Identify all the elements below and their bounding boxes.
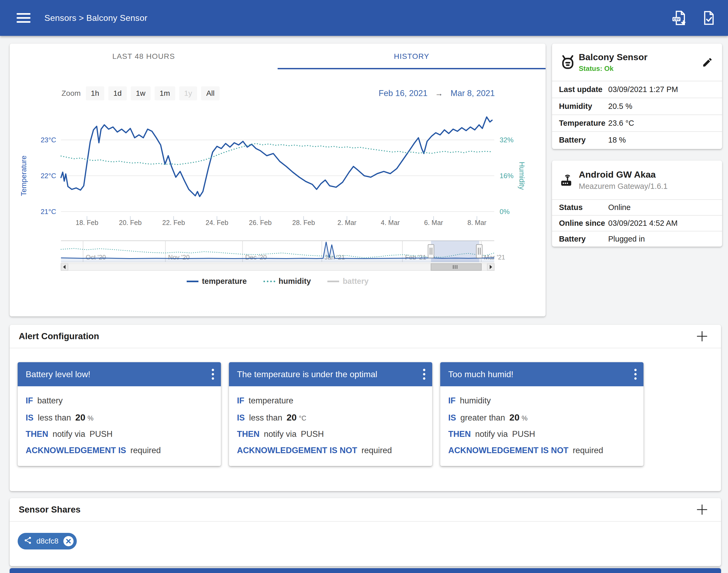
edit-pencil-icon[interactable] [700,56,715,68]
table-row: Status Online [552,199,722,215]
alert-condition: greater than [460,413,505,423]
share-nodes-icon [23,536,32,546]
svg-text:28. Feb: 28. Feb [292,219,315,226]
svg-text:Temperature: Temperature [20,155,28,196]
svg-text:Dec '20: Dec '20 [245,254,267,261]
kebab-menu-icon[interactable] [209,365,217,383]
temperature-value: 23.6 °C [608,119,634,127]
date-range-picker[interactable]: Feb 16, 2021 → Mar 8, 2021 [379,89,495,98]
battery-value: 18 % [608,136,626,145]
close-circle-icon[interactable] [63,535,74,547]
gateway-info-header: Android GW Akaa Meazurem Gateway/1.6.1 [552,160,722,199]
share-chip[interactable]: d8cfc8 [18,533,77,550]
alert-threshold: 20 [75,412,85,423]
file-check-icon[interactable] [701,10,716,25]
add-alert-icon[interactable] [696,330,708,343]
alert-metric: humidity [460,396,491,406]
alert-card-humidity: Too much humid! IFhumidity ISgreater tha… [440,362,643,466]
scrollbar-left-button[interactable] [61,263,68,270]
sensor-status: Status: Ok [579,64,648,73]
temperature-swatch-icon [187,280,199,282]
alert-card-temperature: The temperature is under the optimal IFt… [229,362,432,466]
navigator-selection[interactable] [431,241,479,262]
svg-text:18. Feb: 18. Feb [76,219,99,226]
svg-text:Humidity: Humidity [518,162,526,190]
router-icon [560,172,579,188]
sensor-shares-section: Sensor Shares d8cfc8 [10,498,721,566]
sensor-name: Balcony Sensor [579,52,648,62]
add-share-icon[interactable] [696,504,708,516]
alert-condition: less than [38,413,71,423]
kebab-menu-icon[interactable] [420,365,429,383]
alert-title: The temperature is under the optimal [237,369,420,379]
alert-configuration-section: Alert Configuration Battery level low! I… [10,325,721,491]
svg-text:2. Mar: 2. Mar [338,219,356,226]
svg-text:Mar '21: Mar '21 [484,254,505,261]
table-row: Battery Plugged in [552,231,722,247]
svg-text:Jan '21: Jan '21 [324,254,345,261]
range-to[interactable]: Mar 8, 2021 [451,89,495,98]
table-row: Last update 03/09/2021 1:27 PM [552,81,722,98]
humidity-value: 20.5 % [608,102,632,111]
svg-text:32%: 32% [500,136,513,144]
kebab-menu-icon[interactable] [631,365,640,383]
alert-title: Too much humid! [448,369,631,379]
tab-last-48-hours[interactable]: LAST 48 HOURS [10,44,278,69]
svg-text:23°C: 23°C [41,136,56,144]
sensor-bug-icon [560,54,579,71]
svg-text:Nov '20: Nov '20 [168,254,189,261]
zoom-1w-button[interactable]: 1w [131,87,151,100]
zoom-buttons: Zoom 1h 1d 1w 1m 1y All [61,87,220,100]
section-title: Sensor Shares [19,505,80,515]
zoom-1m-button[interactable]: 1m [155,87,175,100]
svg-text:16%: 16% [500,172,513,180]
alert-threshold: 20 [286,412,297,423]
share-chip-label: d8cfc8 [36,537,59,545]
range-from[interactable]: Feb 16, 2021 [379,89,428,98]
svg-text:6. Mar: 6. Mar [424,219,443,226]
table-row: Online since 03/09/2021 4:52 AM [552,215,722,231]
scrollbar-thumb[interactable] [431,263,481,270]
legend-humidity[interactable]: humidity [264,277,311,286]
alert-card-battery: Battery level low! IFbattery ISless than… [18,362,221,466]
alert-configuration-header: Alert Configuration [10,325,721,348]
appbar-actions: CSV [672,10,716,26]
online-since-value: 03/09/2021 4:52 AM [608,219,678,228]
last-update-value: 03/09/2021 1:27 PM [608,85,678,94]
alert-condition: less than [249,413,282,423]
csv-download-icon[interactable]: CSV [672,10,687,26]
svg-text:8. Mar: 8. Mar [467,219,487,226]
next-section-bar [10,568,721,573]
svg-text:CSV: CSV [673,17,680,21]
section-title: Alert Configuration [19,331,99,341]
alert-cards-row: Battery level low! IFbattery ISless than… [10,348,721,466]
chart-legend: temperature humidity battery [10,277,546,286]
zoom-1h-button[interactable]: 1h [86,87,104,100]
navigator-handle-right[interactable] [476,245,482,258]
humidity-swatch-icon [264,280,275,282]
table-row: Humidity 20.5 % [552,98,722,114]
zoom-all-button[interactable]: All [201,87,220,100]
legend-temperature[interactable]: temperature [187,277,247,286]
chart-card: LAST 48 HOURS HISTORY Zoom 1h 1d 1w 1m 1… [10,44,546,316]
page: Sensors > Balcony Sensor CSV [0,0,728,573]
navigator-handle-left[interactable] [428,245,434,258]
zoom-1d-button[interactable]: 1d [108,87,127,100]
battery-swatch-icon [327,280,339,282]
alert-ack: ACKNOWLEDGEMENT IS [26,446,126,455]
scrollbar-track[interactable] [68,263,487,270]
legend-battery[interactable]: battery [327,277,369,286]
zoom-1y-button: 1y [179,87,198,100]
svg-text:22. Feb: 22. Feb [162,219,185,226]
tab-history[interactable]: HISTORY [278,44,546,69]
svg-text:24. Feb: 24. Feb [206,219,228,226]
svg-text:Oct '20: Oct '20 [86,254,106,261]
svg-text:0%: 0% [500,208,510,216]
scrollbar-right-button[interactable] [487,263,494,270]
chart-tabs: LAST 48 HOURS HISTORY [10,44,546,69]
svg-text:21°C: 21°C [41,208,56,216]
history-chart-plot[interactable]: 23°C22°C21°C32%16%0%TemperatureHumidity1… [10,44,546,316]
app-bar: Sensors > Balcony Sensor CSV [0,0,728,36]
menu-icon[interactable] [15,12,32,24]
sensor-shares-header: Sensor Shares [10,498,721,522]
